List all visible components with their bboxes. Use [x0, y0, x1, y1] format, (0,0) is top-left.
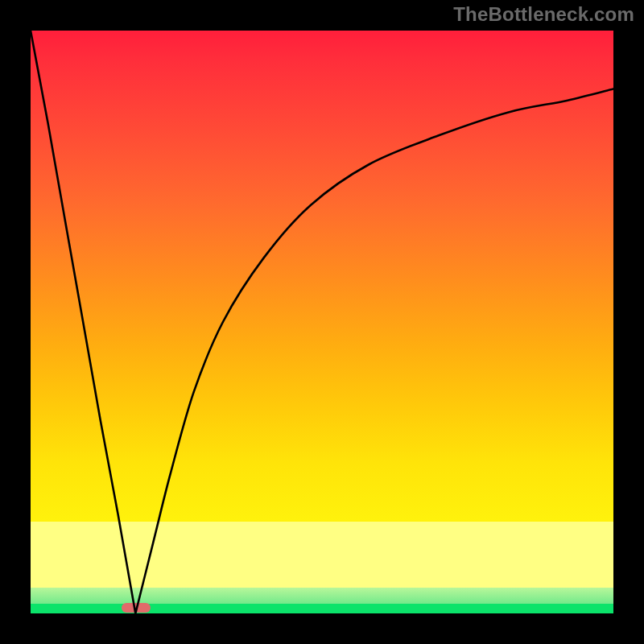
watermark-text: TheBottleneck.com [453, 3, 634, 26]
bottleneck-curve [31, 31, 613, 613]
frame-border-left [0, 0, 31, 644]
frame-border-right [613, 0, 644, 644]
frame-border-bottom [0, 613, 644, 644]
chart-stage: TheBottleneck.com [0, 0, 644, 644]
plot-area [31, 31, 613, 613]
